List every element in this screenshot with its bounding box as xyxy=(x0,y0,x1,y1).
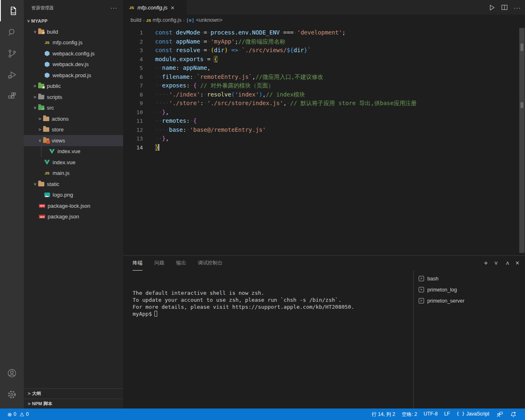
status-label: 行 14, 列 2 xyxy=(371,411,395,418)
tree-item-build[interactable]: >⚙build xyxy=(24,26,123,37)
problems-indicator[interactable]: ⊗ 0 ⚠ 0 xyxy=(4,411,32,418)
status-feedback[interactable] xyxy=(493,411,507,418)
run-debug-icon[interactable] xyxy=(0,64,24,85)
panel-tab-调试控制台[interactable]: 调试控制台 xyxy=(198,256,222,271)
tree-item-index-vue[interactable]: index.vue xyxy=(24,157,123,168)
tree-item-src[interactable]: ></>src xyxy=(24,103,123,114)
breadcrumb-symbol[interactable]: [⊘] <unknown> xyxy=(186,17,223,23)
code-line-11[interactable]: 11··remotes:·{ xyxy=(123,117,525,126)
editor-group: JS mfp.config.js × ··· build › JS mfp.co… xyxy=(123,0,525,409)
tab-mfp-config-js[interactable]: JS mfp.config.js × xyxy=(123,0,187,15)
extensions-icon[interactable] xyxy=(0,85,24,107)
code-line-13[interactable]: 13··}, xyxy=(123,134,525,143)
search-icon[interactable] xyxy=(0,21,24,43)
tree-item-scripts[interactable]: >▪scripts xyxy=(24,92,123,103)
code-line-3[interactable]: 3const·resolve·=·(dir)·=>·`./src/views/$… xyxy=(123,46,525,55)
code-line-5[interactable]: 5··name:·appName, xyxy=(123,64,525,73)
code-line-10[interactable]: 10··}, xyxy=(123,108,525,117)
maximize-panel-icon[interactable]: > xyxy=(504,260,511,266)
tree-item-webpack-config-js[interactable]: webpack.config.js xyxy=(24,48,123,59)
terminal-list: >bash>primeton_log>primeton_server xyxy=(413,271,525,409)
section-npm-scripts[interactable]: >NPM 脚本 xyxy=(24,399,123,409)
code-line-2[interactable]: 2const·appName·=·'myApp';//微前端应用名称 xyxy=(123,37,525,46)
panel-tab-问题[interactable]: 问题 xyxy=(154,256,164,271)
tree-item-actions[interactable]: >actions xyxy=(24,113,123,124)
tree-root-myapp[interactable]: > MYAPP xyxy=(24,16,123,26)
line-number: 12 xyxy=(123,126,143,135)
panel-tab-终端[interactable]: 终端 xyxy=(133,256,142,271)
code-editor[interactable]: 1const·devMode·=·process.env.NODE_ENV·==… xyxy=(123,25,525,255)
feedback-icon xyxy=(496,411,503,418)
status-eol[interactable]: LF xyxy=(441,411,453,417)
split-editor-icon[interactable] xyxy=(501,4,508,11)
js-file-icon: JS xyxy=(129,5,134,10)
code-line-1[interactable]: 1const·devMode·=·process.env.NODE_ENV·==… xyxy=(123,28,525,37)
tree-item-label: mfp.config.js xyxy=(53,39,83,46)
code-line-8[interactable]: 8····'./index':·resolve('index'),// inde… xyxy=(123,90,525,99)
tree-item-main-js[interactable]: JSmain.js xyxy=(24,168,123,179)
scrollbar-thumb[interactable] xyxy=(519,28,525,253)
status-language[interactable]: { }JavaScript xyxy=(453,411,493,417)
more-actions-icon[interactable]: ··· xyxy=(110,5,117,11)
tree-item-static[interactable]: >static xyxy=(24,179,123,190)
breadcrumb-file[interactable]: JS mfp.config.js xyxy=(146,17,181,23)
folder-public-icon: ▣ xyxy=(38,83,45,90)
more-actions-icon[interactable]: ··· xyxy=(514,4,521,11)
tree-item-package-json[interactable]: npmpackage.json xyxy=(24,211,123,223)
code-line-7[interactable]: 7··exposes:·{·// 对外暴露的模块（页面） xyxy=(123,81,525,90)
source-control-icon[interactable] xyxy=(0,43,24,64)
tree-item-views[interactable]: >views xyxy=(24,135,123,146)
code-line-9[interactable]: 9····'./store':·'./src/store/index.js',·… xyxy=(123,99,525,108)
tree-item-public[interactable]: >▣public xyxy=(24,81,123,92)
line-number: 2 xyxy=(123,37,143,46)
panel-actions: + > > × xyxy=(484,256,519,271)
run-icon[interactable] xyxy=(488,4,495,11)
tree-item-webpack-prod-js[interactable]: webpack.prod.js xyxy=(24,70,123,81)
code-line-6[interactable]: 6··filename:·`remoteEntry.js`,//微应用入口,不建… xyxy=(123,73,525,82)
tree-item-mfp-config-js[interactable]: JSmfp.config.js xyxy=(24,37,123,48)
code-text: ··}, xyxy=(143,134,169,143)
breadcrumb: build › JS mfp.config.js › [⊘] <unknown> xyxy=(123,15,525,25)
tree-item-store[interactable]: >store xyxy=(24,124,123,135)
status-encoding[interactable]: UTF-8 xyxy=(420,411,441,417)
terminal-item-primeton_server[interactable]: >primeton_server xyxy=(419,295,525,306)
line-number: 9 xyxy=(123,99,143,108)
close-tab-icon[interactable]: × xyxy=(171,4,174,11)
code-line-12[interactable]: 12····base:·'base@/remoteEntry.js' xyxy=(123,126,525,135)
terminal-icon: > xyxy=(419,276,424,281)
account-icon[interactable] xyxy=(0,363,24,384)
close-panel-icon[interactable]: × xyxy=(516,259,519,267)
code-line-14[interactable]: 14} xyxy=(123,143,525,152)
tree-item-label: package.json xyxy=(48,213,79,220)
folder-scripts-icon: ▪ xyxy=(38,94,45,101)
terminal-item-bash[interactable]: >bash xyxy=(419,273,525,284)
section-outline[interactable]: >大纲 xyxy=(24,388,123,399)
tree-item-label: src xyxy=(47,105,54,111)
explorer-icon[interactable] xyxy=(0,0,24,21)
tree-item-package-lock-json[interactable]: npmpackage-lock.json xyxy=(24,200,123,211)
terminal-item-primeton_log[interactable]: >primeton_log xyxy=(419,284,525,295)
panel-tab-输出[interactable]: 输出 xyxy=(176,256,186,271)
terminal-output[interactable]: The default interactive shell is now zsh… xyxy=(123,271,413,409)
code-text: ····base:·'base@/remoteEntry.js' xyxy=(143,126,266,135)
settings-icon[interactable] xyxy=(0,384,24,405)
warning-triangle-icon: ⚠ xyxy=(20,411,25,418)
new-terminal-icon[interactable]: + xyxy=(484,259,488,267)
line-number: 8 xyxy=(123,90,143,99)
status-cursor-position[interactable]: 行 14, 列 2 xyxy=(368,411,398,418)
text-cursor xyxy=(158,144,159,151)
npm-icon: npm xyxy=(39,213,46,220)
terminal-cursor xyxy=(154,311,157,317)
status-indentation[interactable]: 空格: 2 xyxy=(399,411,420,418)
code-line-4[interactable]: 4module.exports·=·{ xyxy=(123,55,525,64)
breadcrumb-folder[interactable]: build xyxy=(131,17,141,23)
tree-item-webpack-dev-js[interactable]: webpack.dev.js xyxy=(24,59,123,70)
line-number: 1 xyxy=(123,28,143,37)
sidebar-header: 资源管理器 ··· xyxy=(24,0,123,16)
tree-item-logo-png[interactable]: logo.png xyxy=(24,190,123,201)
code-text: ····'./store':·'./src/store/index.js',·/… xyxy=(143,99,417,108)
code-text: ··filename:·`remoteEntry.js`,//微应用入口,不建议… xyxy=(143,73,323,82)
chevron-down-icon[interactable]: > xyxy=(493,260,500,266)
tree-item-index-vue[interactable]: index.vue xyxy=(24,146,123,157)
status-notifications[interactable] xyxy=(507,411,520,418)
